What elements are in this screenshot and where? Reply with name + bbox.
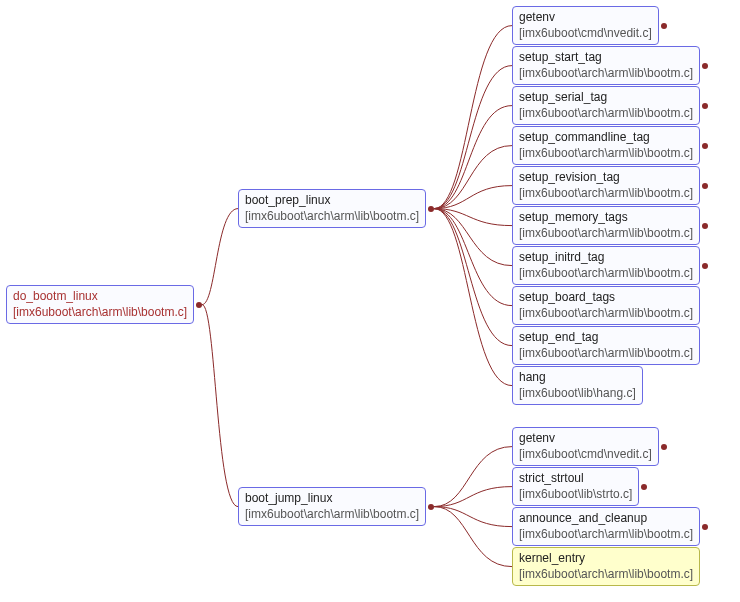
- path-label: [imx6uboot\arch\arm\lib\bootm.c]: [519, 346, 693, 362]
- node-boot-jump-linux[interactable]: boot_jump_linux [imx6uboot\arch\arm\lib\…: [238, 487, 426, 526]
- node-setup-end-tag[interactable]: setup_end_tag[imx6uboot\arch\arm\lib\boo…: [512, 326, 700, 365]
- node-getenv[interactable]: getenv[imx6uboot\cmd\nvedit.c]: [512, 6, 659, 45]
- fn-label: setup_memory_tags: [519, 210, 693, 226]
- node-do-bootm-linux[interactable]: do_bootm_linux [imx6uboot\arch\arm\lib\b…: [6, 285, 194, 324]
- fn-label: getenv: [519, 10, 652, 26]
- path-label: [imx6uboot\lib\strto.c]: [519, 487, 632, 503]
- node-setup-board-tags[interactable]: setup_board_tags[imx6uboot\arch\arm\lib\…: [512, 286, 700, 325]
- fn-label: setup_serial_tag: [519, 90, 693, 106]
- fn-label: boot_jump_linux: [245, 491, 419, 507]
- path-label: [imx6uboot\arch\arm\lib\bootm.c]: [519, 106, 693, 122]
- path-label: [imx6uboot\cmd\nvedit.c]: [519, 26, 652, 42]
- path-label: [imx6uboot\arch\arm\lib\bootm.c]: [13, 305, 187, 321]
- fn-label: hang: [519, 370, 636, 386]
- path-label: [imx6uboot\arch\arm\lib\bootm.c]: [519, 306, 693, 322]
- node-strict-strtoul[interactable]: strict_strtoul[imx6uboot\lib\strto.c]: [512, 467, 639, 506]
- path-label: [imx6uboot\arch\arm\lib\bootm.c]: [519, 186, 693, 202]
- fn-label: strict_strtoul: [519, 471, 632, 487]
- path-label: [imx6uboot\arch\arm\lib\bootm.c]: [519, 527, 693, 543]
- fn-label: setup_start_tag: [519, 50, 693, 66]
- path-label: [imx6uboot\arch\arm\lib\bootm.c]: [519, 266, 693, 282]
- fn-label: getenv: [519, 431, 652, 447]
- fn-label: kernel_entry: [519, 551, 693, 567]
- path-label: [imx6uboot\arch\arm\lib\bootm.c]: [519, 66, 693, 82]
- node-setup-commandline-tag[interactable]: setup_commandline_tag[imx6uboot\arch\arm…: [512, 126, 700, 165]
- node-hang[interactable]: hang[imx6uboot\lib\hang.c]: [512, 366, 643, 405]
- fn-label: setup_initrd_tag: [519, 250, 693, 266]
- fn-label: boot_prep_linux: [245, 193, 419, 209]
- node-setup-start-tag[interactable]: setup_start_tag[imx6uboot\arch\arm\lib\b…: [512, 46, 700, 85]
- node-setup-memory-tags[interactable]: setup_memory_tags[imx6uboot\arch\arm\lib…: [512, 206, 700, 245]
- fn-label: announce_and_cleanup: [519, 511, 693, 527]
- fn-label: setup_commandline_tag: [519, 130, 693, 146]
- node-boot-prep-linux[interactable]: boot_prep_linux [imx6uboot\arch\arm\lib\…: [238, 189, 426, 228]
- node-setup-initrd-tag[interactable]: setup_initrd_tag[imx6uboot\arch\arm\lib\…: [512, 246, 700, 285]
- path-label: [imx6uboot\arch\arm\lib\bootm.c]: [519, 226, 693, 242]
- path-label: [imx6uboot\arch\arm\lib\bootm.c]: [245, 507, 419, 523]
- node-getenv[interactable]: getenv[imx6uboot\cmd\nvedit.c]: [512, 427, 659, 466]
- fn-label: do_bootm_linux: [13, 289, 187, 305]
- node-announce-and-cleanup[interactable]: announce_and_cleanup[imx6uboot\arch\arm\…: [512, 507, 700, 546]
- node-kernel-entry[interactable]: kernel_entry[imx6uboot\arch\arm\lib\boot…: [512, 547, 700, 586]
- fn-label: setup_revision_tag: [519, 170, 693, 186]
- path-label: [imx6uboot\lib\hang.c]: [519, 386, 636, 402]
- path-label: [imx6uboot\arch\arm\lib\bootm.c]: [519, 146, 693, 162]
- path-label: [imx6uboot\arch\arm\lib\bootm.c]: [519, 567, 693, 583]
- node-setup-revision-tag[interactable]: setup_revision_tag[imx6uboot\arch\arm\li…: [512, 166, 700, 205]
- path-label: [imx6uboot\cmd\nvedit.c]: [519, 447, 652, 463]
- fn-label: setup_board_tags: [519, 290, 693, 306]
- fn-label: setup_end_tag: [519, 330, 693, 346]
- node-setup-serial-tag[interactable]: setup_serial_tag[imx6uboot\arch\arm\lib\…: [512, 86, 700, 125]
- path-label: [imx6uboot\arch\arm\lib\bootm.c]: [245, 209, 419, 225]
